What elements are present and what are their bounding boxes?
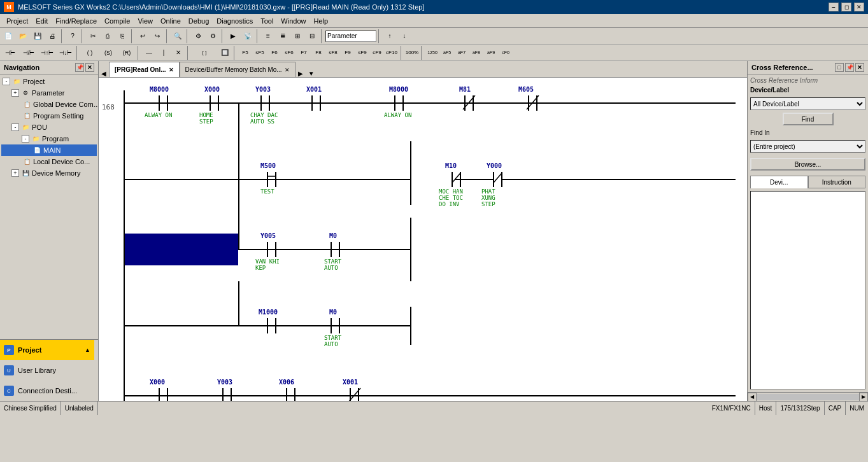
- parameter-input[interactable]: [325, 31, 376, 42]
- tree-parameter[interactable]: + ⚙ Parameter: [1, 87, 97, 99]
- project-expand[interactable]: -: [3, 78, 10, 85]
- cr-tab-instruction[interactable]: Instruction: [808, 176, 866, 188]
- f5[interactable]: F5: [238, 46, 252, 60]
- menu-help[interactable]: Help: [309, 16, 332, 26]
- contact-nc[interactable]: ⊣/⊢: [20, 46, 38, 60]
- menu-edit[interactable]: Edit: [32, 16, 52, 26]
- cr-tab-device[interactable]: Devi...: [750, 176, 808, 188]
- menu-project[interactable]: Project: [3, 16, 32, 26]
- tab-menu[interactable]: ▼: [306, 70, 317, 77]
- coil-reset[interactable]: (R): [118, 46, 136, 60]
- f6[interactable]: F6: [267, 46, 281, 60]
- compile-btn[interactable]: ⚙: [191, 29, 205, 43]
- tab-project[interactable]: P Project ▲: [0, 340, 94, 360]
- online-btn[interactable]: ▶: [226, 29, 240, 43]
- idata6[interactable]: cF0: [499, 46, 513, 60]
- program-expand[interactable]: -: [22, 135, 29, 143]
- func-box[interactable]: [ ]: [192, 46, 217, 60]
- tb10[interactable]: ⊟: [305, 29, 319, 43]
- cr-scroll-right[interactable]: ▶: [859, 393, 868, 402]
- ladder-area[interactable]: 168 M8000 ALWAY ON X000 HOME ST: [99, 78, 747, 401]
- minimize-button[interactable]: ‒: [829, 3, 839, 11]
- paste-btn[interactable]: ⎘: [115, 29, 129, 43]
- print-btn[interactable]: 🖨: [45, 29, 59, 43]
- cr-browse-btn[interactable]: Browse...: [750, 158, 865, 171]
- nav-close[interactable]: ✕: [85, 63, 94, 72]
- monitor-btn[interactable]: 📡: [241, 29, 255, 43]
- redo-btn[interactable]: ↪: [150, 29, 164, 43]
- tab-prg-read[interactable]: [PRG]Read Onl... ✕: [109, 62, 180, 77]
- restore-button[interactable]: ◻: [841, 3, 851, 11]
- menu-debug[interactable]: Debug: [185, 16, 213, 26]
- compile2-btn[interactable]: ⚙: [206, 29, 220, 43]
- find-btn[interactable]: 🔍: [171, 29, 185, 43]
- help-btn[interactable]: ?: [66, 29, 80, 43]
- tb9[interactable]: ⊞: [290, 29, 304, 43]
- tb12[interactable]: ↓: [397, 29, 411, 43]
- cut-btn[interactable]: ✂: [86, 29, 100, 43]
- cr-scroll-left[interactable]: ◀: [748, 393, 757, 402]
- tab-user-library[interactable]: U User Library: [0, 360, 94, 381]
- cross-ref-pin[interactable]: 📌: [845, 63, 854, 72]
- f7[interactable]: F7: [297, 46, 311, 60]
- save-btn[interactable]: 💾: [31, 29, 45, 43]
- menu-view[interactable]: View: [134, 16, 157, 26]
- cross-ref-float[interactable]: □: [835, 63, 844, 72]
- cf9[interactable]: cF9: [370, 46, 384, 60]
- tab-prev[interactable]: ◀: [99, 70, 109, 77]
- coil-set[interactable]: (S): [99, 46, 117, 60]
- tab-device-close[interactable]: ✕: [285, 67, 290, 73]
- nav-pin[interactable]: 📌: [75, 63, 84, 72]
- tree-local-device[interactable]: 📋 Local Device Co...: [1, 156, 97, 167]
- sf6[interactable]: sF6: [282, 46, 296, 60]
- hline[interactable]: —: [142, 46, 156, 60]
- cr-device-select[interactable]: All Device/Label: [750, 97, 865, 110]
- zoom[interactable]: 100%: [405, 46, 419, 60]
- idata1[interactable]: 1250: [425, 46, 439, 60]
- idata2[interactable]: aF5: [440, 46, 454, 60]
- pou-expand[interactable]: -: [11, 123, 19, 131]
- ladder-mode[interactable]: 🔲: [218, 46, 232, 60]
- idata3[interactable]: aF7: [455, 46, 469, 60]
- contact-pd[interactable]: ⊣↓⊢: [57, 46, 75, 60]
- menu-findreplace[interactable]: Find/Replace: [52, 16, 101, 26]
- tree-main[interactable]: 📄 MAIN: [1, 144, 97, 156]
- tb7[interactable]: ≡: [261, 29, 275, 43]
- cf10[interactable]: cF10: [385, 46, 399, 60]
- contact-pu[interactable]: ⊣↑⊢: [38, 46, 56, 60]
- f9[interactable]: F9: [341, 46, 355, 60]
- menu-compile[interactable]: Compile: [101, 16, 134, 26]
- undo-btn[interactable]: ↩: [136, 29, 150, 43]
- tb8[interactable]: ≣: [276, 29, 290, 43]
- menu-tool[interactable]: Tool: [257, 16, 277, 26]
- tree-program-setting[interactable]: 📋 Program Setting: [1, 110, 97, 122]
- idata4[interactable]: aF8: [469, 46, 483, 60]
- cr-find-btn[interactable]: Find: [783, 113, 834, 125]
- sf5[interactable]: sF5: [253, 46, 267, 60]
- tree-global-device[interactable]: 📋 Global Device Com...: [1, 99, 97, 110]
- close-button[interactable]: ✕: [854, 3, 864, 11]
- tree-device-memory[interactable]: + 💾 Device Memory: [1, 167, 97, 179]
- tab-device-buffer[interactable]: Device/Buffer Memory Batch Mo... ✕: [180, 62, 295, 77]
- tab-connection-dest[interactable]: C Connection Desti...: [0, 381, 94, 401]
- sf9[interactable]: sF9: [355, 46, 369, 60]
- sf8[interactable]: sF8: [326, 46, 340, 60]
- contact-no[interactable]: ⊣⊢: [1, 46, 19, 60]
- tab-prg-close[interactable]: ✕: [169, 67, 174, 73]
- vline[interactable]: |: [157, 46, 171, 60]
- parameter-expand[interactable]: +: [11, 89, 19, 97]
- del-line[interactable]: ✕: [171, 46, 185, 60]
- new-btn[interactable]: 📄: [1, 29, 15, 43]
- f8[interactable]: F8: [311, 46, 325, 60]
- tb11[interactable]: ↑: [383, 29, 397, 43]
- tree-project[interactable]: - 📁 Project: [1, 76, 97, 87]
- menu-online[interactable]: Online: [157, 16, 185, 26]
- tree-program[interactable]: - 📁 Program: [1, 133, 97, 144]
- tree-pou[interactable]: - 📁 POU: [1, 122, 97, 133]
- cross-ref-close[interactable]: ✕: [855, 63, 864, 72]
- cr-hscroll[interactable]: ◀ ▶: [748, 392, 868, 401]
- open-btn[interactable]: 📂: [16, 29, 30, 43]
- menu-window[interactable]: Window: [277, 16, 309, 26]
- idata5[interactable]: aF9: [484, 46, 498, 60]
- device-memory-expand[interactable]: +: [11, 169, 19, 177]
